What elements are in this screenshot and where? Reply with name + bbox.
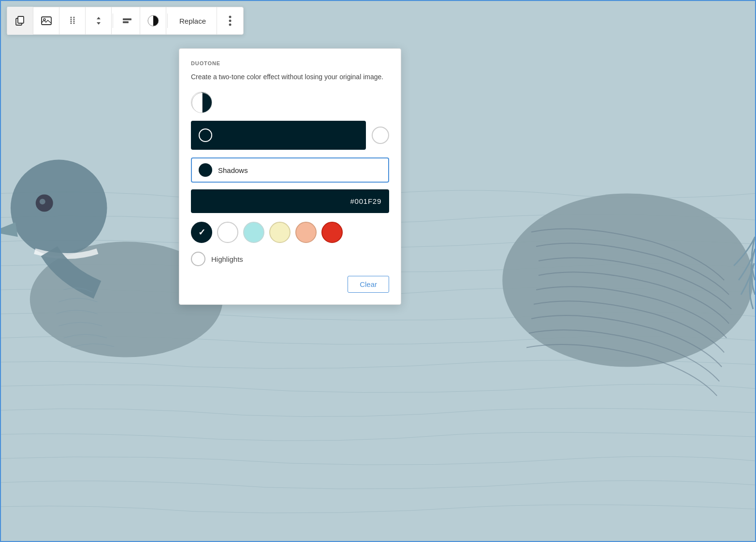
svg-point-17 [73, 23, 74, 24]
clear-button[interactable]: Clear [348, 276, 389, 293]
color-bar-row [191, 121, 389, 150]
svg-point-15 [73, 21, 74, 22]
toolbar: Replace [7, 7, 244, 35]
svg-point-2 [11, 160, 107, 256]
svg-point-12 [70, 19, 72, 20]
swatch-light-cyan[interactable] [243, 222, 264, 243]
duotone-preview-icon[interactable] [191, 92, 212, 113]
swatch-white[interactable] [217, 222, 238, 243]
replace-button[interactable]: Replace [169, 7, 217, 35]
svg-point-13 [73, 19, 74, 20]
highlights-row[interactable]: Highlights [191, 252, 389, 266]
highlights-color-circle [191, 252, 205, 266]
swatch-check-icon: ✓ [198, 227, 205, 238]
svg-point-14 [70, 21, 72, 22]
image-button[interactable] [33, 7, 59, 35]
hex-color-bar[interactable]: #001F29 [191, 189, 389, 213]
svg-rect-7 [18, 16, 24, 23]
shadows-label: Shadows [218, 166, 248, 174]
svg-point-22 [229, 16, 232, 18]
svg-rect-19 [123, 21, 129, 23]
swatch-peach[interactable] [295, 222, 317, 243]
shadow-color-bar[interactable] [191, 121, 366, 150]
swatch-red[interactable] [321, 222, 343, 243]
highlights-label: Highlights [211, 255, 243, 263]
swatch-dark-teal[interactable]: ✓ [191, 222, 212, 243]
shadows-color-dot [199, 163, 212, 177]
svg-point-11 [73, 17, 74, 18]
svg-point-24 [229, 24, 232, 26]
duotone-panel: DUOTONE Create a two-tone color effect w… [179, 48, 401, 305]
svg-rect-18 [123, 18, 131, 20]
shadow-color-circle [199, 128, 212, 142]
svg-point-16 [70, 23, 72, 24]
panel-title: DUOTONE [191, 60, 389, 66]
copy-button[interactable] [7, 7, 33, 35]
color-swatches-row: ✓ [191, 222, 389, 243]
align-button[interactable] [114, 7, 140, 35]
duotone-toggle-button[interactable] [140, 7, 166, 35]
panel-description: Create a two-tone color effect without l… [191, 72, 389, 82]
drag-button[interactable] [59, 7, 86, 35]
svg-point-23 [229, 20, 232, 22]
highlight-color-bar[interactable] [372, 127, 389, 144]
move-updown-button[interactable] [86, 7, 112, 35]
svg-point-4 [40, 199, 45, 204]
hex-value: #001F29 [350, 197, 381, 205]
svg-point-5 [502, 193, 753, 367]
clear-button-row: Clear [191, 276, 389, 293]
swatch-light-yellow[interactable] [269, 222, 291, 243]
shadows-input-row[interactable]: Shadows [191, 157, 389, 183]
more-options-button[interactable] [217, 7, 243, 35]
replace-label: Replace [179, 17, 206, 25]
svg-point-10 [70, 17, 72, 18]
